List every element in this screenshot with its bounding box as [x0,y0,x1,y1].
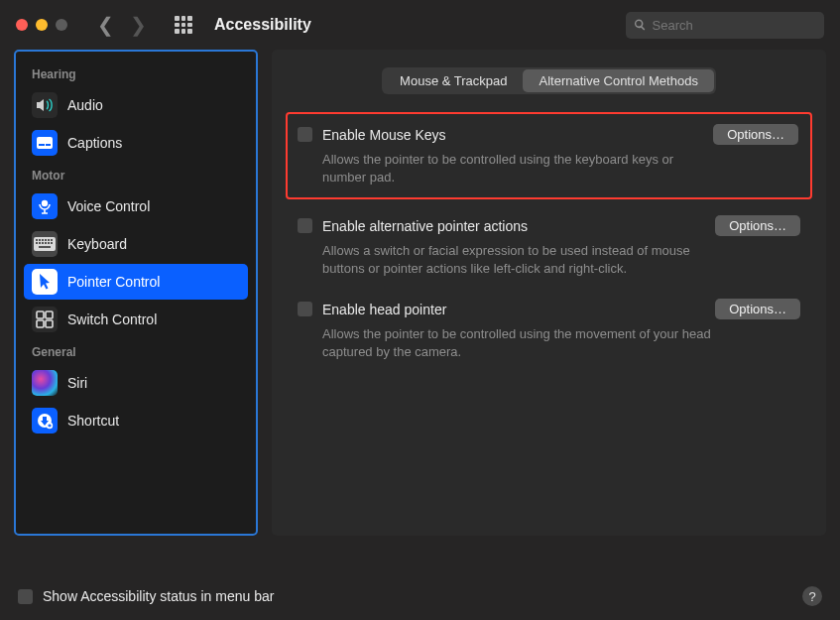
svg-rect-18 [37,311,44,318]
head-pointer-options-button[interactable]: Options… [715,299,800,319]
enable-mouse-keys-checkbox[interactable] [298,127,312,142]
sidebar-item-label: Captions [67,135,122,151]
svg-rect-17 [39,246,51,248]
svg-rect-19 [46,311,53,318]
sidebar-item-label: Pointer Control [67,274,160,290]
svg-rect-9 [48,239,50,241]
zoom-window-button[interactable] [56,19,67,31]
sidebar-item-label: Audio [67,97,103,113]
svg-rect-12 [39,242,41,244]
audio-icon [32,92,58,118]
help-button[interactable]: ? [802,586,822,606]
head-pointer-desc: Allows the pointer to be controlled usin… [298,319,714,360]
search-field[interactable] [626,12,824,39]
pane-title: Accessibility [214,16,311,34]
svg-rect-16 [51,242,53,244]
close-window-button[interactable] [16,19,28,31]
keyboard-icon [32,231,58,257]
enable-head-pointer-checkbox[interactable] [298,302,312,316]
captions-icon [32,130,58,156]
sidebar-item-keyboard[interactable]: Keyboard [24,226,248,262]
svg-rect-0 [37,137,53,149]
enable-mouse-keys-label: Enable Mouse Keys [322,127,703,143]
sidebar-section-motor: Motor [24,163,248,186]
switch-icon [32,307,58,332]
show-all-icon[interactable] [175,16,192,34]
sidebar-section-hearing: Hearing [24,62,248,85]
status-menubar-checkbox[interactable] [18,589,33,604]
pointer-icon [32,269,58,295]
svg-rect-2 [46,144,51,146]
tab-bar: Mouse & Trackpad Alternative Control Met… [294,67,804,94]
svg-rect-8 [45,239,47,241]
minimize-window-button[interactable] [36,19,48,31]
svg-rect-5 [36,239,38,241]
nav-back-button[interactable]: ❮ [97,13,114,37]
svg-rect-1 [39,144,45,146]
svg-rect-7 [42,239,44,241]
voice-control-icon [32,193,58,219]
search-input[interactable] [653,18,816,33]
alt-pointer-desc: Allows a switch or facial expression to … [298,236,714,277]
svg-rect-15 [48,242,50,244]
enable-alt-pointer-checkbox[interactable] [298,218,312,233]
content-panel: Mouse & Trackpad Alternative Control Met… [272,50,826,536]
svg-rect-11 [36,242,38,244]
svg-rect-21 [46,320,53,327]
siri-icon [32,370,58,396]
sidebar-item-pointer-control[interactable]: Pointer Control [24,264,248,300]
sidebar-item-label: Siri [67,375,87,391]
svg-rect-6 [39,239,41,241]
alt-pointer-options-button[interactable]: Options… [715,215,800,236]
sidebar-item-audio[interactable]: Audio [24,87,248,123]
enable-head-pointer-label: Enable head pointer [322,302,705,317]
highlighted-setting: Enable Mouse Keys Options… Allows the po… [286,112,812,199]
svg-rect-10 [51,239,53,241]
svg-point-3 [42,200,48,206]
sidebar-item-label: Keyboard [67,236,127,252]
tab-mouse-trackpad[interactable]: Mouse & Trackpad [384,69,523,92]
svg-rect-20 [37,320,44,327]
tab-alternative-control[interactable]: Alternative Control Methods [523,69,713,92]
main-area: Hearing Audio Captions Motor Voice Contr… [0,50,840,605]
sidebar-item-label: Shortcut [67,413,119,429]
shortcut-icon [32,408,58,434]
traffic-lights [16,19,67,31]
sidebar: Hearing Audio Captions Motor Voice Contr… [14,50,258,536]
mouse-keys-options-button[interactable]: Options… [713,124,798,145]
mouse-keys-desc: Allows the pointer to be controlled usin… [298,145,714,186]
sidebar-item-shortcut[interactable]: Shortcut [24,403,248,438]
svg-rect-14 [45,242,47,244]
titlebar: ❮ ❯ Accessibility [0,0,840,50]
status-menubar-label: Show Accessibility status in menu bar [43,588,274,604]
sidebar-item-label: Switch Control [67,311,157,327]
sidebar-item-captions[interactable]: Captions [24,125,248,161]
footer: Show Accessibility status in menu bar ? [18,586,822,606]
sidebar-item-switch-control[interactable]: Switch Control [24,302,248,337]
sidebar-item-voice-control[interactable]: Voice Control [24,188,248,224]
nav-forward-button[interactable]: ❯ [130,13,147,37]
nav-arrows: ❮ ❯ [97,13,147,37]
sidebar-item-siri[interactable]: Siri [24,365,248,401]
sidebar-section-general: General [24,339,248,363]
search-icon [634,18,647,32]
enable-alt-pointer-label: Enable alternative pointer actions [322,218,705,234]
svg-rect-13 [42,242,44,244]
sidebar-item-label: Voice Control [67,198,150,214]
